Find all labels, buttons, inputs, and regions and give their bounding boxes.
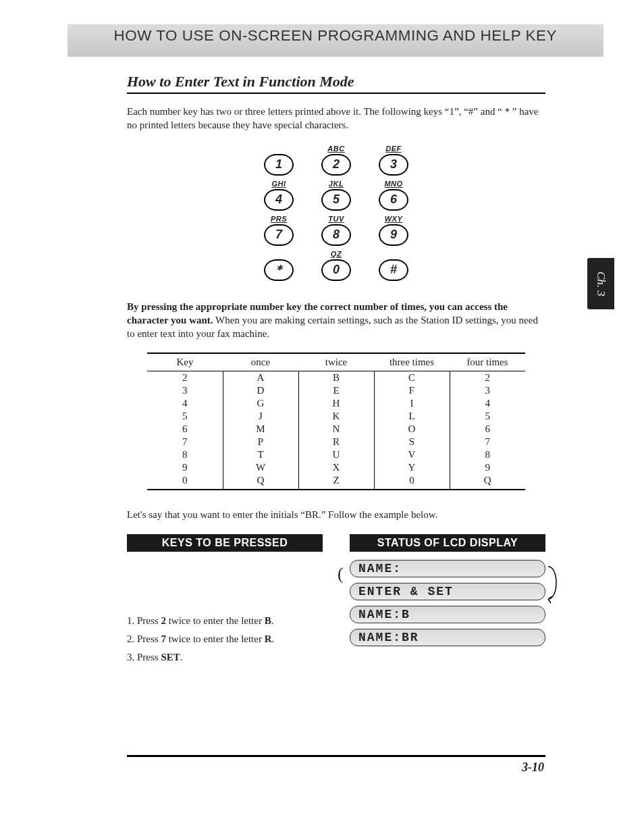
table-body: 2ABC23DEF34GHI45JKL56MNO67PRS78TUV89WXY9… [147,371,525,490]
key-star: ＊ [264,259,294,281]
page-number: 3-10 [522,760,544,775]
t: B [265,615,271,626]
table-cell: Q [450,474,525,490]
table-cell: 8 [147,448,223,461]
table-cell: X [298,461,374,474]
example-headers: KEYS TO BE PRESSED 1. Press 2 twice to e… [127,534,545,670]
table-cell: Z [298,474,374,490]
table-cell: H [298,397,374,410]
key-hash: # [379,259,408,281]
key-4: 4 [264,189,294,211]
step-2: 2. Press 7 twice to enter the letter R. [127,633,323,645]
table-cell: C [374,371,450,385]
table-cell: I [374,397,450,410]
key-letters: DEF [373,145,414,153]
table-cell: 5 [450,410,525,423]
t: 7 [161,633,166,644]
t: SET [161,652,180,662]
key-letters: WXY [373,215,414,224]
key-5: 5 [321,189,351,211]
keypad-cell: MNO6 [373,180,414,211]
key-letters [259,145,299,153]
col-header: once [223,353,298,371]
step-3: 3. Press SET. [127,652,323,663]
example-intro: Let's say that you want to enter the ini… [127,508,545,521]
key-letters: JKL [316,180,356,188]
keypad-row: ＊ QZ0 # [259,250,414,281]
table-row: 8TUV8 [147,448,525,461]
chapter-tab: Ch. 3 [587,258,614,309]
lcd-toggle-group: ( NAME: ENTER & SET [350,560,545,600]
col-header: Key [147,353,223,371]
keys-header: KEYS TO BE PRESSED [127,534,323,552]
table-cell: G [223,397,298,410]
keypad-cell: QZ0 [316,250,356,281]
table-row: 4GHI4 [147,397,525,410]
table-cell: V [374,448,450,461]
lcd-col: STATUS OF LCD DISPLAY ( NAME: ENTER & SE… [350,534,545,670]
keypad-row: GHI4 JKL5 MNO6 [259,180,414,211]
table-cell: F [374,384,450,397]
table-cell: 6 [147,423,223,436]
keypad-cell: # [373,250,414,281]
chapter-header-text: HOW TO USE ON-SCREEN PROGRAMMING AND HEL… [114,24,557,47]
table-row: 6MNO6 [147,423,525,436]
table-cell: R [298,436,374,448]
table-cell: D [223,384,298,397]
table-cell: E [298,384,374,397]
t: 2 [161,615,166,626]
table-cell: 3 [147,384,223,397]
key-letters: PRS [259,215,299,224]
col-header: four times [450,353,525,371]
keypad-cell: PRS7 [259,215,299,246]
table-row: 2ABC2 [147,371,525,385]
table-cell: J [223,410,298,423]
table-cell: N [298,423,374,436]
keypad-row: 1 ABC2 DEF3 [259,145,414,176]
t: 2. Press [127,633,161,644]
mid-paragraph: By pressing the appropriate number key t… [127,300,545,341]
t: 3. Press [127,652,161,662]
keys-col: KEYS TO BE PRESSED 1. Press 2 twice to e… [127,534,323,670]
key-letters: ABC [316,145,356,153]
table-row: 9WXY9 [147,461,525,474]
table-cell: M [223,423,298,436]
table-cell: S [374,436,450,448]
table-cell: 9 [450,461,525,474]
table-cell: L [374,410,450,423]
t: . [271,615,274,626]
t: R [265,633,272,644]
key-9: 9 [379,224,408,246]
table-cell: U [298,448,374,461]
page: HOW TO USE ON-SCREEN PROGRAMMING AND HEL… [0,0,644,834]
section-title: How to Enter Text in Function Mode [127,73,545,94]
intro-paragraph: Each number key has two or three letters… [127,105,545,132]
key-1: 1 [264,154,294,176]
step-1: 1. Press 2 twice to enter the letter B. [127,615,323,627]
lcd-line-4: NAME:BR [350,629,545,646]
steps-list: 1. Press 2 twice to enter the letter B. … [127,615,323,663]
lcd-line-1: NAME: [350,560,545,577]
chapter-header: HOW TO USE ON-SCREEN PROGRAMMING AND HEL… [68,24,603,57]
table-row: 3DEF3 [147,384,525,397]
table-cell: 6 [450,423,525,436]
table-cell: K [298,410,374,423]
table-cell: 2 [147,371,223,385]
table-cell: 7 [450,436,525,448]
key-0: 0 [321,259,351,281]
col-header: three times [374,353,450,371]
table-cell: 3 [450,384,525,397]
lcd-line-3: NAME:B [350,606,545,623]
key-letters: TUV [316,215,356,224]
table-cell: 8 [450,448,525,461]
key-letters: GHI [259,180,299,188]
keypad-cell: JKL5 [316,180,356,211]
table-cell: O [374,423,450,436]
key-3: 3 [379,154,408,176]
keypad-cell: ＊ [259,250,299,281]
content-area: How to Enter Text in Function Mode Each … [127,73,545,670]
table-cell: 0 [374,474,450,490]
table-cell: A [223,371,298,385]
key-8: 8 [321,224,351,246]
t: . [272,633,275,644]
